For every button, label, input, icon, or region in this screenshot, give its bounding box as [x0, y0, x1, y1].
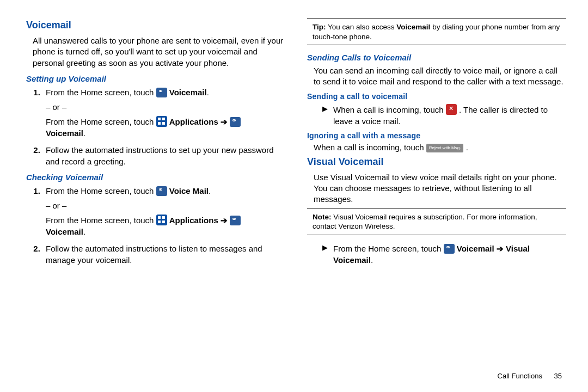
- tip-text-a: You can also access: [326, 23, 397, 31]
- voicemail-icon: [230, 117, 241, 127]
- visual-voicemail-step: ▶ From the Home screen, touch Voicemail …: [322, 243, 566, 266]
- or-divider: – or –: [46, 200, 285, 211]
- check-step1-text-c: From the Home screen, touch: [46, 216, 156, 225]
- sending-paragraph: You can send an incoming call directly t…: [314, 65, 566, 88]
- play-marker-icon: ▶: [322, 104, 328, 127]
- applications-icon: [156, 116, 167, 127]
- setup-step1-text-b: Voicemail: [169, 88, 207, 97]
- note-label: Note:: [313, 213, 332, 221]
- heading-visual-voicemail: Visual Voicemail: [307, 156, 566, 168]
- setup-step1-text-a: From the Home screen, touch: [46, 88, 156, 97]
- tip-box: Tip: You can also access Voicemail by di…: [307, 19, 566, 45]
- check-step1-text-d: Applications ➔: [169, 216, 230, 225]
- ignore-text-b: .: [466, 143, 468, 152]
- heading-ignoring-call: Ignoring a call with a message: [307, 131, 566, 140]
- footer-section: Call Functions: [498, 372, 542, 380]
- manual-page: Voicemail All unanswered calls to your p…: [0, 0, 588, 370]
- voicemail-icon: [156, 88, 167, 97]
- ignore-call-step: When a call is incoming, touch Reject wi…: [314, 142, 566, 153]
- setup-step-2: Follow the automated instructions to set…: [42, 144, 285, 167]
- check-step1-text-b: Voice Mail: [169, 186, 209, 195]
- check-step-1: From the Home screen, touch Voice Mail. …: [42, 185, 285, 237]
- voicemail-icon: [444, 244, 455, 254]
- send-call-text-a: When a call is incoming, touch: [333, 105, 446, 114]
- heading-sending-a-call: Sending a call to voicemail: [307, 92, 566, 101]
- note-text: Visual Voicemail requires a subscription…: [313, 213, 537, 231]
- page-footer: Call Functions 35: [498, 372, 562, 380]
- applications-icon: [156, 215, 167, 225]
- setup-step1-text-e: Voicemail: [46, 128, 83, 138]
- reject-with-msg-icon: Reject with Msg.: [426, 144, 464, 153]
- setup-step1-text-c: From the Home screen, touch: [46, 117, 156, 126]
- send-call-step-body: When a call is incoming, touch . The cal…: [333, 104, 566, 127]
- setup-step-1: From the Home screen, touch Voicemail. –…: [42, 87, 285, 139]
- voicemail-icon: [156, 186, 167, 196]
- tip-text-b: Voicemail: [396, 23, 430, 31]
- setup-step1-text-d: Applications ➔: [169, 117, 230, 126]
- left-column: Voicemail All unanswered calls to your p…: [26, 16, 285, 359]
- visual-voicemail-paragraph: Use Visual Voicemail to view voice mail …: [314, 172, 566, 205]
- reject-icon: [446, 104, 457, 115]
- voicemail-icon: [230, 216, 241, 225]
- or-divider: – or –: [46, 101, 285, 113]
- check-steps: From the Home screen, touch Voice Mail. …: [42, 185, 285, 266]
- play-marker-icon: ▶: [322, 243, 328, 266]
- footer-page-number: 35: [554, 372, 562, 380]
- send-call-step: ▶ When a call is incoming, touch . The c…: [322, 104, 566, 127]
- vv-step-text-a: From the Home screen, touch: [333, 244, 444, 253]
- heading-checking: Checking Voicemail: [26, 173, 285, 182]
- check-step-2: Follow the automated instructions to lis…: [42, 243, 285, 266]
- heading-sending-calls: Sending Calls to Voicemail: [307, 53, 566, 62]
- heading-setting-up: Setting up Voicemail: [26, 74, 285, 83]
- check-step1-text-e: Voicemail: [46, 227, 83, 236]
- intro-paragraph: All unanswered calls to your phone are s…: [33, 35, 285, 69]
- note-box: Note: Visual Voicemail requires a subscr…: [307, 209, 566, 235]
- setup-steps: From the Home screen, touch Voicemail. –…: [42, 87, 285, 167]
- heading-voicemail: Voicemail: [26, 20, 285, 31]
- check-step1-text-a: From the Home screen, touch: [46, 186, 156, 195]
- vv-step-body: From the Home screen, touch Voicemail ➔ …: [333, 243, 566, 266]
- tip-label: Tip:: [313, 23, 326, 31]
- right-column: Tip: You can also access Voicemail by di…: [307, 16, 566, 359]
- ignore-text-a: When a call is incoming, touch: [314, 143, 426, 152]
